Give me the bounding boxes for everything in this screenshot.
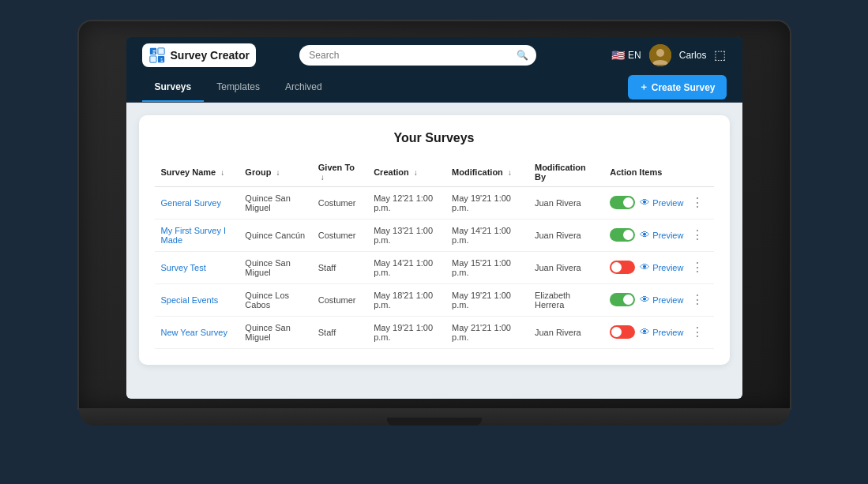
preview-label: Preview [652, 231, 683, 240]
toggle-knob [623, 295, 633, 305]
svg-rect-2 [149, 55, 156, 62]
nav-tabs: Surveys Templates Archived [142, 73, 335, 102]
col-header-modification[interactable]: Modification ↓ [445, 158, 528, 187]
logout-icon[interactable]: ⬚ [714, 47, 726, 62]
cell-given-to: Staff [312, 251, 367, 283]
sort-arrow-name: ↓ [220, 168, 224, 177]
cell-action-items: 👁 Preview ⋮ [603, 219, 713, 251]
cell-creation: May 14'21 1:00 p.m. [367, 251, 445, 283]
app-main: Your Surveys Survey Name ↓ Group ↓ [126, 103, 742, 399]
toggle-switch[interactable] [610, 228, 635, 242]
survey-link[interactable]: New Year Survey [161, 328, 227, 337]
preview-button[interactable]: 👁 Preview [640, 261, 683, 273]
cell-given-to: Costumer [312, 283, 367, 316]
more-options-icon[interactable]: ⋮ [688, 325, 707, 340]
language-label: EN [628, 50, 641, 61]
action-cell: 👁 Preview ⋮ [610, 227, 707, 242]
action-cell: 👁 Preview ⋮ [610, 325, 707, 340]
cell-action-items: 👁 Preview ⋮ [603, 186, 713, 219]
cell-group: Quince San Miguel [239, 186, 311, 219]
more-options-icon[interactable]: ⋮ [688, 260, 707, 275]
cell-modification-by: Juan Rivera [528, 219, 603, 251]
header-right: 🇺🇸 EN Carlos ⬚ [611, 44, 726, 66]
toggle-switch[interactable] [610, 196, 635, 209]
user-name: Carlos [679, 50, 707, 61]
logo-box[interactable]: Survey Creator [142, 43, 256, 67]
toggle-switch[interactable] [610, 293, 635, 306]
app-header: Survey Creator 🔍 🇺🇸 EN [126, 37, 742, 73]
toggle-knob [623, 230, 633, 240]
cell-given-to: Staff [312, 316, 367, 348]
preview-label: Preview [652, 328, 683, 337]
table-header-row: Survey Name ↓ Group ↓ Given To ↓ [155, 158, 714, 187]
survey-link[interactable]: Survey Test [161, 263, 206, 272]
eye-icon: 👁 [640, 197, 650, 208]
plus-icon: ＋ [639, 81, 648, 94]
table-row: Survey Test Quince San Miguel Staff May … [155, 251, 714, 283]
more-options-icon[interactable]: ⋮ [688, 292, 707, 307]
col-header-creation[interactable]: Creation ↓ [367, 158, 445, 187]
cell-modification: May 19'21 1:00 p.m. [445, 186, 528, 219]
cell-group: Quince Los Cabos [239, 283, 311, 316]
cell-modification-by: Elizabeth Herrera [528, 283, 603, 316]
cell-survey-name: Survey Test [155, 251, 239, 283]
more-options-icon[interactable]: ⋮ [688, 227, 707, 242]
sort-arrow-modification: ↓ [508, 168, 512, 177]
language-selector[interactable]: 🇺🇸 EN [611, 49, 641, 62]
table-row: General Survey Quince San Miguel Costume… [155, 186, 714, 219]
survey-link[interactable]: General Survey [161, 198, 221, 208]
cell-group: Quince San Miguel [239, 251, 311, 283]
cell-creation: May 13'21 1:00 p.m. [367, 219, 445, 251]
cell-creation: May 19'21 1:00 p.m. [367, 316, 445, 348]
table-row: New Year Survey Quince San Miguel Staff … [155, 316, 714, 348]
sort-arrow-given: ↓ [321, 173, 325, 182]
cell-modification: May 19'21 1:00 p.m. [445, 283, 528, 316]
toggle-switch[interactable] [610, 325, 635, 339]
search-bar: 🔍 [299, 45, 536, 66]
tab-surveys[interactable]: Surveys [142, 73, 205, 102]
preview-button[interactable]: 👁 Preview [640, 229, 683, 241]
preview-button[interactable]: 👁 Preview [640, 326, 683, 338]
cell-group: Quince Cancún [239, 219, 311, 251]
toggle-knob [611, 262, 622, 272]
cell-survey-name: General Survey [155, 186, 239, 219]
toggle-knob [623, 197, 633, 208]
survey-link[interactable]: Special Events [161, 295, 219, 305]
tab-archived[interactable]: Archived [272, 73, 335, 102]
sort-arrow-creation: ↓ [414, 168, 418, 177]
more-options-icon[interactable]: ⋮ [688, 195, 707, 210]
user-avatar [649, 44, 671, 66]
cell-modification-by: Juan Rivera [528, 186, 603, 219]
preview-label: Preview [652, 198, 683, 208]
eye-icon: 👁 [640, 326, 650, 338]
col-header-group[interactable]: Group ↓ [239, 158, 311, 187]
col-header-action-items: Action Items [603, 158, 713, 187]
eye-icon: 👁 [640, 261, 650, 273]
eye-icon: 👁 [640, 229, 650, 241]
cell-action-items: 👁 Preview ⋮ [603, 251, 713, 283]
action-cell: 👁 Preview ⋮ [610, 195, 707, 210]
table-row: My First Survey I Made Quince Cancún Cos… [155, 219, 714, 251]
search-input[interactable] [299, 45, 536, 66]
cell-modification-by: Juan Rivera [528, 316, 603, 348]
surveys-title: Your Surveys [155, 131, 714, 145]
create-survey-button[interactable]: ＋ Create Survey [628, 75, 727, 99]
col-header-given-to[interactable]: Given To ↓ [312, 158, 367, 187]
cell-action-items: 👁 Preview ⋮ [603, 316, 713, 348]
cell-survey-name: Special Events [155, 283, 239, 316]
search-icon: 🔍 [517, 50, 528, 61]
tab-templates[interactable]: Templates [204, 73, 272, 102]
preview-button[interactable]: 👁 Preview [640, 197, 683, 208]
cell-survey-name: My First Survey I Made [155, 219, 239, 251]
sort-arrow-group: ↓ [276, 168, 280, 177]
eye-icon: 👁 [640, 294, 650, 306]
survey-link[interactable]: My First Survey I Made [161, 226, 227, 245]
preview-label: Preview [652, 295, 683, 305]
col-header-modification-by: Modification By [528, 158, 603, 187]
surveys-table: Survey Name ↓ Group ↓ Given To ↓ [155, 158, 714, 349]
cell-modification: May 21'21 1:00 p.m. [445, 316, 528, 348]
preview-button[interactable]: 👁 Preview [640, 294, 683, 306]
action-cell: 👁 Preview ⋮ [610, 260, 707, 275]
toggle-switch[interactable] [610, 261, 635, 274]
col-header-name[interactable]: Survey Name ↓ [155, 158, 239, 187]
